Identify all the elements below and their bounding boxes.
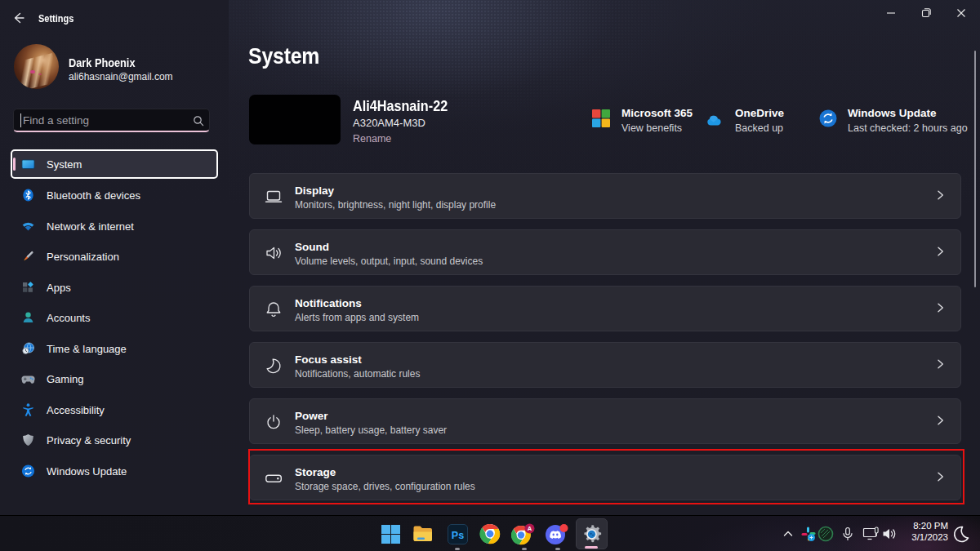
svg-text:Ps: Ps — [451, 529, 463, 540]
svg-text:A: A — [528, 525, 532, 532]
